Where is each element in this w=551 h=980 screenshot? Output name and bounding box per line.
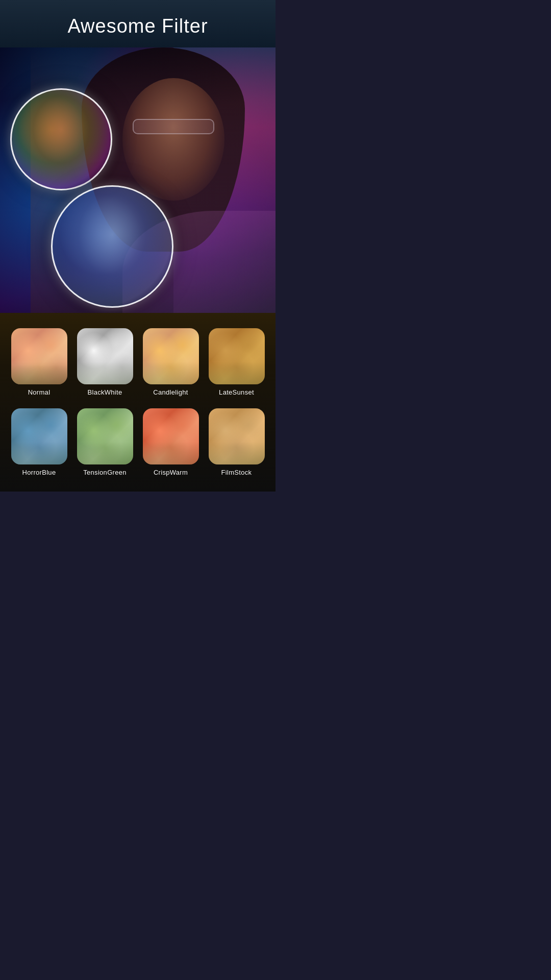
thumb-inner-horrorblue <box>11 408 67 464</box>
filter-thumb-horrorblue <box>11 408 67 464</box>
filter-item-horrorblue[interactable]: HorrorBlue <box>10 408 68 476</box>
thumb-inner-crispwarm <box>143 408 199 464</box>
thumb-inner-candlelight <box>143 328 199 384</box>
filter-item-crispwarm[interactable]: CrispWarm <box>142 408 199 476</box>
page-title: Awesome Filter <box>10 15 265 37</box>
thumb-leaves-horrorblue <box>11 442 67 464</box>
filter-label-filmstock: FilmStock <box>221 469 252 476</box>
filter-label-crispwarm: CrispWarm <box>154 469 188 476</box>
main-photo-area <box>0 47 276 313</box>
circle-preview-warm <box>10 88 112 190</box>
thumb-leaves-latesunset <box>209 362 265 384</box>
filter-thumb-filmstock <box>209 408 265 464</box>
thumb-leaves-filmstock <box>209 442 265 464</box>
filter-item-normal[interactable]: Normal <box>10 328 68 396</box>
thumb-inner-blackwhite <box>77 328 133 384</box>
header: Awesome Filter <box>0 0 276 47</box>
filter-item-latesunset[interactable]: LateSunset <box>208 328 265 396</box>
thumb-leaves-crispwarm <box>143 442 199 464</box>
filter-thumb-normal <box>11 328 67 384</box>
filter-label-tensiongreen: TensionGreen <box>83 469 127 476</box>
circle-preview-cool <box>51 185 173 308</box>
filter-label-normal: Normal <box>28 388 51 396</box>
thumb-leaves-blackwhite <box>77 362 133 384</box>
thumb-inner-filmstock <box>209 408 265 464</box>
filter-thumb-tensiongreen <box>77 408 133 464</box>
filter-label-latesunset: LateSunset <box>219 388 254 396</box>
filter-item-candlelight[interactable]: Candlelight <box>142 328 199 396</box>
thumb-leaves-candlelight <box>143 362 199 384</box>
filter-label-horrorblue: HorrorBlue <box>22 469 56 476</box>
thumb-inner-tensiongreen <box>77 408 133 464</box>
filter-grid-row2: HorrorBlue TensionGreen CrispWarm <box>10 408 265 476</box>
filter-label-blackwhite: BlackWhite <box>87 388 122 396</box>
filter-item-filmstock[interactable]: FilmStock <box>208 408 265 476</box>
filter-thumb-crispwarm <box>143 408 199 464</box>
filter-item-blackwhite[interactable]: BlackWhite <box>76 328 134 396</box>
filter-grid-row1: Normal BlackWhite Candlelight <box>10 328 265 396</box>
thumb-leaves-normal <box>11 362 67 384</box>
thumb-inner-normal <box>11 328 67 384</box>
filter-thumb-blackwhite <box>77 328 133 384</box>
filter-thumb-latesunset <box>209 328 265 384</box>
filter-item-tensiongreen[interactable]: TensionGreen <box>76 408 134 476</box>
filter-label-candlelight: Candlelight <box>153 388 188 396</box>
thumb-inner-latesunset <box>209 328 265 384</box>
thumb-leaves-tensiongreen <box>77 442 133 464</box>
filter-panel: Normal BlackWhite Candlelight <box>0 313 276 492</box>
filter-thumb-candlelight <box>143 328 199 384</box>
